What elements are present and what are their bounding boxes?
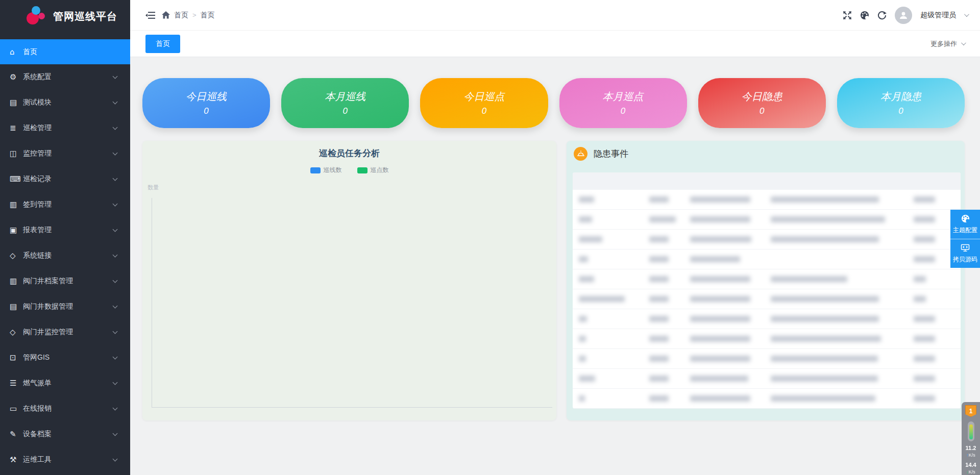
stat-card-value: 0 xyxy=(343,106,348,116)
redacted-time-cell xyxy=(690,236,751,242)
stat-cards-row: 今日巡线 0 本月巡线 0 今日巡点 0 本月巡点 0 今日隐患 0 本月隐患 … xyxy=(142,78,965,128)
stat-card-value: 0 xyxy=(482,106,486,116)
redacted-title-cell xyxy=(579,236,602,242)
redacted-location-cell xyxy=(771,376,878,382)
sidebar-item-gis[interactable]: ⊡ 管网GIS xyxy=(0,345,130,370)
redacted-time-cell xyxy=(690,276,750,282)
redacted-title-cell xyxy=(579,356,586,362)
redacted-status-cell xyxy=(914,236,935,242)
redacted-location-cell xyxy=(771,296,879,302)
redacted-status-cell xyxy=(914,296,926,302)
table-row[interactable] xyxy=(573,329,961,349)
sidebar-item-system-config[interactable]: ⚙ 系统配置 xyxy=(0,64,130,90)
collapse-sidebar-icon[interactable] xyxy=(145,11,156,19)
app-title: 管网巡线平台 xyxy=(53,10,117,23)
sidebar-item-online-reimburse[interactable]: ▭ 在线报销 xyxy=(0,396,130,421)
x-axis-line xyxy=(152,407,552,408)
username[interactable]: 超级管理员 xyxy=(920,11,956,20)
sidebar-item-device-archive[interactable]: ✎ 设备档案 xyxy=(0,421,130,447)
chart-title: 巡检员任务分析 xyxy=(142,141,556,159)
stat-card-today-lines[interactable]: 今日巡线 0 xyxy=(142,78,270,128)
refresh-icon[interactable] xyxy=(877,11,887,20)
sidebar-item-ops-tools[interactable]: ⚒ 运维工具 xyxy=(0,447,130,472)
breadcrumb-root[interactable]: 首页 xyxy=(174,11,188,20)
redacted-reporter-cell xyxy=(649,216,676,222)
sidebar-item-gas-dispatch[interactable]: ☰ 燃气派单 xyxy=(0,370,130,396)
redacted-reporter-cell xyxy=(649,336,669,342)
tabbar: 首页 更多操作 xyxy=(130,31,980,57)
tasks-icon: ☰ xyxy=(10,379,23,388)
table-row[interactable] xyxy=(573,269,961,289)
table-row[interactable] xyxy=(573,230,961,249)
stat-card-today-hazards[interactable]: 今日隐患 0 xyxy=(698,78,826,128)
redacted-reporter-cell xyxy=(649,316,669,322)
table-row[interactable] xyxy=(573,289,961,309)
redacted-title-cell xyxy=(579,316,587,322)
redacted-reporter-cell xyxy=(649,296,669,302)
tab-home[interactable]: 首页 xyxy=(145,35,180,53)
logo-icon xyxy=(26,6,47,27)
table-row[interactable] xyxy=(573,309,961,329)
sidebar-item-home[interactable]: ⌂ 首页 xyxy=(0,39,130,64)
stat-card-month-hazards[interactable]: 本月隐患 0 xyxy=(837,78,965,128)
sidebar-item-valve-archive-mgmt[interactable]: ▥ 阀门井档案管理 xyxy=(0,268,130,294)
redacted-title-cell xyxy=(579,395,585,402)
avatar[interactable] xyxy=(895,7,912,24)
sidebar-item-test-module[interactable]: ▤ 测试模块 xyxy=(0,90,130,115)
redacted-time-cell xyxy=(690,395,750,402)
sidebar-item-report-mgmt[interactable]: ▣ 报表管理 xyxy=(0,217,130,243)
hazard-events-panel: 隐患事件 xyxy=(567,141,965,420)
sidebar-item-inspection-records[interactable]: ⌨ 巡检记录 xyxy=(0,166,130,192)
home-icon[interactable] xyxy=(162,11,170,19)
theme-config-button[interactable]: 主题配置 xyxy=(950,210,980,239)
thermometer-gauge xyxy=(968,421,974,441)
sidebar-item-inspection-mgmt[interactable]: ≣ 巡检管理 xyxy=(0,115,130,141)
table-row[interactable] xyxy=(573,210,961,230)
archive-icon: ▤ xyxy=(10,98,23,107)
monitor-icon: ◫ xyxy=(10,149,23,158)
sidebar-item-valve-monitor-mgmt[interactable]: ◇ 阀门井监控管理 xyxy=(0,319,130,345)
redacted-title-cell xyxy=(579,216,592,222)
redacted-location-cell xyxy=(771,276,847,282)
download-speed: 14.4 ↓K/s xyxy=(965,462,976,475)
sidebar-item-system-links[interactable]: ◇ 系统链接 xyxy=(0,243,130,268)
table-row[interactable] xyxy=(573,190,961,210)
shield-badge-icon: 1 xyxy=(965,405,976,417)
breadcrumb-separator: > xyxy=(192,11,197,19)
laptop-icon: ⌨ xyxy=(10,174,23,184)
redacted-time-cell xyxy=(690,316,750,322)
redacted-status-cell xyxy=(914,256,935,262)
table-row[interactable] xyxy=(573,389,961,409)
legend-label: 巡点数 xyxy=(371,166,389,174)
chevron-down-icon[interactable] xyxy=(964,12,969,17)
palette-icon[interactable] xyxy=(860,11,869,20)
sidebar-item-valve-data-mgmt[interactable]: ▤ 阀门井数据管理 xyxy=(0,294,130,319)
network-monitor-widget[interactable]: 1 11.2 ↑K/s 14.4 ↓K/s xyxy=(962,402,980,475)
stat-card-month-points[interactable]: 本月巡点 0 xyxy=(559,78,687,128)
more-operations[interactable]: 更多操作 xyxy=(930,39,965,48)
fullscreen-icon[interactable] xyxy=(843,11,852,20)
sidebar-item-monitor-mgmt[interactable]: ◫ 监控管理 xyxy=(0,141,130,166)
legend-label: 巡线数 xyxy=(324,166,342,174)
table-row[interactable] xyxy=(573,369,961,389)
table-row[interactable] xyxy=(573,349,961,369)
app-logo[interactable]: 管网巡线平台 xyxy=(0,0,130,33)
redacted-location-cell xyxy=(771,316,879,322)
copy-source-button[interactable]: 拷贝源码 xyxy=(950,239,980,268)
legend-item-lines[interactable]: 巡线数 xyxy=(310,166,342,174)
stat-card-value: 0 xyxy=(204,106,208,116)
copy-source-label: 拷贝源码 xyxy=(953,255,977,264)
stat-card-month-lines[interactable]: 本月巡线 0 xyxy=(281,78,409,128)
y-axis-line xyxy=(152,198,152,407)
redacted-status-cell xyxy=(914,316,935,322)
stat-card-today-points[interactable]: 今日巡点 0 xyxy=(420,78,548,128)
sidebar-menu: ⌂ 首页 ⚙ 系统配置 ▤ 测试模块 ≣ 巡检管理 ◫ 监控管理 ⌨ xyxy=(0,39,130,472)
sidebar-item-checkin-mgmt[interactable]: ▥ 签到管理 xyxy=(0,192,130,217)
gis-icon: ⊡ xyxy=(10,353,23,362)
table-header-row xyxy=(573,172,961,190)
legend-item-points[interactable]: 巡点数 xyxy=(357,166,389,174)
more-operations-label: 更多操作 xyxy=(930,39,957,48)
gear-icon: ⚙ xyxy=(10,72,23,82)
report-icon: ▣ xyxy=(10,226,23,235)
table-row[interactable] xyxy=(573,249,961,269)
